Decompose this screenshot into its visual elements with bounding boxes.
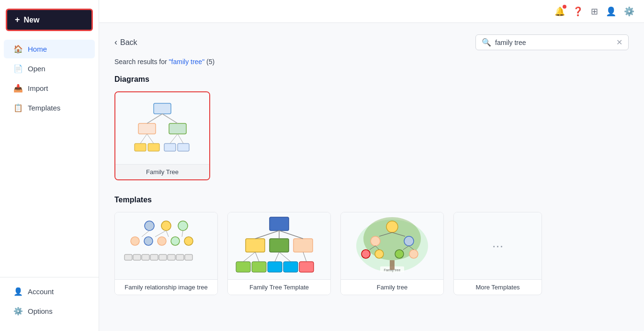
svg-line-47	[275, 252, 279, 262]
search-input[interactable]	[495, 39, 612, 46]
svg-rect-36	[294, 239, 313, 252]
svg-line-8	[162, 114, 178, 123]
back-label: Back	[120, 38, 137, 47]
svg-line-10	[147, 134, 154, 143]
svg-rect-6	[178, 143, 189, 151]
family-rel-preview-svg	[121, 217, 212, 275]
search-clear-icon[interactable]: ✕	[616, 38, 622, 47]
notification-icon[interactable]: 🔔	[554, 6, 565, 17]
svg-rect-41	[299, 262, 314, 272]
svg-point-58	[409, 250, 418, 258]
template-card-family-rel[interactable]: Family relationship image tree	[114, 212, 218, 295]
svg-rect-25	[159, 254, 167, 260]
search-results-text: Search results for "family tree" (5)	[114, 58, 629, 66]
plus-icon: +	[15, 15, 20, 25]
results-prefix: Search results for	[114, 58, 169, 66]
chevron-left-icon: ‹	[114, 37, 117, 47]
svg-rect-37	[236, 262, 250, 272]
template-preview-family-rel	[115, 212, 217, 279]
template-card-family-rel-label: Family relationship image tree	[115, 279, 217, 295]
svg-point-56	[375, 250, 384, 258]
top-row: ‹ Back 🔍 ✕	[114, 34, 629, 50]
svg-rect-24	[150, 254, 158, 260]
family-tree-preview-svg: Family tree	[347, 215, 438, 277]
template-preview-family-tree-template	[228, 212, 330, 279]
svg-rect-33	[270, 217, 289, 231]
svg-line-49	[303, 252, 306, 262]
svg-line-48	[279, 252, 291, 262]
diagram-card-family-tree[interactable]: Family Tree	[114, 91, 210, 180]
svg-rect-1	[138, 123, 156, 134]
svg-line-32	[182, 231, 183, 237]
sidebar-item-options-label: Options	[28, 307, 53, 315]
sidebar-item-open-label: Open	[28, 65, 45, 73]
sidebar-item-options[interactable]: ⚙️ Options	[4, 302, 95, 320]
sidebar-item-import[interactable]: 📥 Import	[4, 79, 95, 98]
settings-icon[interactable]: ⚙️	[624, 6, 634, 17]
topbar-icons: 🔔 ❓ ⊞ 👤 ⚙️	[554, 6, 634, 17]
grid-icon[interactable]: ⊞	[591, 6, 598, 17]
svg-line-42	[255, 231, 279, 239]
diagram-card-label: Family Tree	[115, 164, 209, 179]
svg-point-13	[145, 221, 154, 231]
svg-rect-21	[124, 254, 132, 260]
user-icon[interactable]: 👤	[606, 6, 616, 17]
template-preview-family-tree: Family tree	[341, 212, 443, 279]
svg-point-55	[362, 250, 370, 258]
svg-rect-38	[252, 262, 266, 272]
account-icon: 👤	[13, 287, 23, 296]
topbar: 🔔 ❓ ⊞ 👤 ⚙️	[99, 0, 644, 23]
svg-line-12	[178, 134, 183, 143]
diagrams-heading: Diagrams	[114, 75, 629, 84]
sidebar-bottom: 👤 Account ⚙️ Options	[0, 277, 99, 326]
search-box: 🔍 ✕	[475, 34, 629, 50]
search-icon: 🔍	[482, 38, 491, 47]
svg-rect-39	[268, 262, 282, 272]
svg-point-20	[184, 237, 193, 245]
svg-point-54	[404, 236, 414, 246]
svg-line-31	[166, 231, 169, 237]
svg-point-19	[171, 237, 180, 245]
sidebar: + New 🏠 Home 📄 Open 📥 Import 📋 Templates…	[0, 0, 99, 331]
svg-rect-35	[270, 239, 289, 252]
import-icon: 📥	[13, 84, 23, 93]
template-card-family-tree[interactable]: Family tree Family tree	[340, 212, 444, 295]
template-card-family-tree-template-label: Family Tree Template	[228, 279, 330, 295]
sidebar-item-account[interactable]: 👤 Account	[4, 282, 95, 301]
new-button-label: New	[24, 16, 40, 24]
new-button[interactable]: + New	[6, 9, 93, 31]
template-preview-more: ···	[454, 212, 542, 279]
sidebar-item-open[interactable]: 📄 Open	[4, 59, 95, 78]
results-query: "family tree"	[169, 58, 205, 66]
sidebar-item-account-label: Account	[28, 287, 54, 296]
svg-line-7	[147, 114, 162, 123]
svg-rect-5	[164, 143, 176, 151]
svg-rect-34	[246, 239, 265, 252]
template-card-more[interactable]: ··· More Templates	[453, 212, 542, 295]
svg-point-53	[371, 236, 380, 246]
sidebar-item-home[interactable]: 🏠 Home	[4, 40, 95, 58]
template-card-family-tree-template[interactable]: Family Tree Template	[227, 212, 331, 295]
sidebar-item-templates[interactable]: 📋 Templates	[4, 99, 95, 117]
svg-point-18	[158, 237, 166, 245]
svg-line-9	[140, 134, 147, 143]
main-content: 🔔 ❓ ⊞ 👤 ⚙️ ‹ Back 🔍 ✕ Search results for	[99, 0, 644, 331]
svg-line-44	[279, 231, 303, 239]
sidebar-nav: 🏠 Home 📄 Open 📥 Import 📋 Templates	[0, 39, 99, 277]
sidebar-item-import-label: Import	[28, 84, 48, 92]
svg-rect-27	[176, 254, 184, 260]
family-tree-template-preview-svg	[234, 215, 325, 277]
svg-rect-0	[154, 103, 171, 114]
options-icon: ⚙️	[13, 307, 23, 316]
svg-rect-67	[390, 260, 395, 270]
help-icon[interactable]: ❓	[573, 6, 583, 17]
svg-rect-23	[142, 254, 149, 260]
svg-point-14	[161, 221, 171, 231]
svg-line-11	[170, 134, 178, 143]
svg-rect-26	[168, 254, 175, 260]
svg-rect-40	[283, 262, 298, 272]
svg-point-17	[144, 237, 153, 245]
back-button[interactable]: ‹ Back	[114, 37, 137, 47]
svg-rect-4	[148, 143, 159, 151]
svg-point-16	[131, 237, 139, 245]
